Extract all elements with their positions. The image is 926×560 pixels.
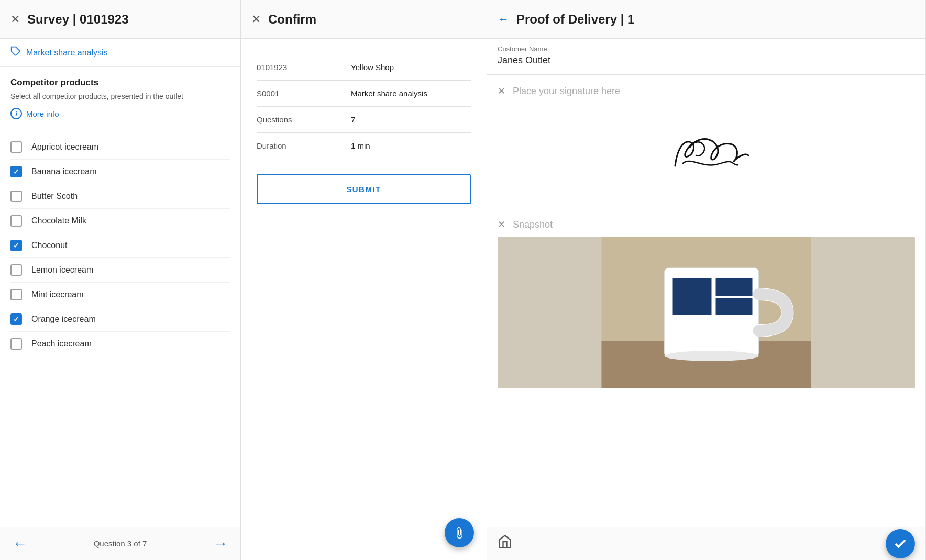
next-arrow-icon[interactable]: → bbox=[213, 535, 228, 552]
svg-point-8 bbox=[665, 351, 759, 361]
proof-panel: ← Proof of Delivery | 1 Customer Name Ja… bbox=[487, 0, 926, 560]
tag-icon bbox=[10, 46, 21, 59]
confirm-row-value: 1 min bbox=[351, 141, 370, 150]
svg-rect-5 bbox=[716, 278, 753, 296]
proof-header: ← Proof of Delivery | 1 bbox=[487, 0, 925, 39]
svg-rect-6 bbox=[716, 298, 753, 315]
confirm-close-icon[interactable]: ✕ bbox=[251, 14, 261, 25]
checkbox-list: Appricot icecreamBanana icecreamButter S… bbox=[0, 135, 240, 356]
confirm-content: 0101923Yellow ShopS0001Market share anal… bbox=[241, 39, 487, 220]
confirm-row: Questions7 bbox=[257, 107, 471, 133]
checkbox-item[interactable]: Lemon icecream bbox=[10, 258, 230, 283]
checkbox-item[interactable]: Choconut bbox=[10, 233, 230, 258]
checkbox-label: Lemon icecream bbox=[31, 265, 93, 275]
info-icon: i bbox=[10, 108, 22, 119]
checkbox-box[interactable] bbox=[10, 141, 22, 153]
confirm-row: 0101923Yellow Shop bbox=[257, 54, 471, 81]
confirm-panel: ✕ Confirm 0101923Yellow ShopS0001Market … bbox=[241, 0, 487, 560]
survey-header: ✕ Survey | 0101923 bbox=[0, 0, 240, 39]
confirm-row: Duration1 min bbox=[257, 133, 471, 159]
checkbox-box[interactable] bbox=[10, 215, 22, 227]
checkbox-label: Butter Scoth bbox=[31, 192, 78, 201]
checkbox-label: Peach icecream bbox=[31, 339, 92, 349]
proof-title: Proof of Delivery | 1 bbox=[516, 12, 634, 27]
attachment-fab[interactable] bbox=[445, 518, 474, 547]
confirm-row-key: S0001 bbox=[257, 89, 351, 98]
question-progress-label: Question 3 of 7 bbox=[94, 539, 147, 548]
checkbox-item[interactable]: Chocolate Milk bbox=[10, 209, 230, 233]
submit-button[interactable]: SUBMIT bbox=[257, 174, 471, 204]
checkbox-label: Mint icecream bbox=[31, 290, 84, 299]
survey-footer: ← Question 3 of 7 → bbox=[0, 527, 240, 560]
checkbox-item[interactable]: Peach icecream bbox=[10, 332, 230, 356]
confirm-title: Confirm bbox=[268, 12, 316, 27]
prev-arrow-icon[interactable]: ← bbox=[13, 535, 27, 552]
tag-section: Market share analysis bbox=[0, 39, 240, 67]
checkbox-item[interactable]: Orange icecream bbox=[10, 307, 230, 332]
snapshot-image: www.dynamicsmobile.com bbox=[498, 237, 915, 388]
proof-back-icon[interactable]: ← bbox=[498, 13, 509, 26]
customer-name-label: Customer Name bbox=[498, 45, 915, 53]
more-info-button[interactable]: i More info bbox=[10, 108, 230, 119]
confirm-row: S0001Market share analysis bbox=[257, 81, 471, 107]
checkbox-box[interactable] bbox=[10, 264, 22, 276]
tag-label[interactable]: Market share analysis bbox=[26, 48, 108, 58]
checkbox-box[interactable] bbox=[10, 240, 22, 251]
signature-clear-icon[interactable]: ✕ bbox=[498, 85, 505, 97]
checkbox-box[interactable] bbox=[10, 166, 22, 177]
confirm-row-key: 0101923 bbox=[257, 63, 351, 72]
confirm-row-value: Yellow Shop bbox=[351, 63, 394, 72]
section-content: Competitor products Select all competito… bbox=[0, 67, 240, 135]
snapshot-header-row: ✕ Snapshot bbox=[498, 219, 915, 230]
snapshot-label: Snapshot bbox=[513, 219, 553, 230]
svg-rect-4 bbox=[673, 278, 712, 315]
signature-placeholder: Place your signature here bbox=[513, 86, 620, 97]
confirm-row-key: Duration bbox=[257, 141, 351, 150]
checkbox-item[interactable]: Banana icecream bbox=[10, 160, 230, 184]
checkbox-item[interactable]: Butter Scoth bbox=[10, 184, 230, 209]
survey-title: Survey | 0101923 bbox=[27, 12, 129, 27]
check-fab[interactable] bbox=[886, 529, 915, 558]
confirm-row-value: 7 bbox=[351, 115, 355, 124]
snapshot-clear-icon[interactable]: ✕ bbox=[498, 219, 505, 230]
survey-panel: ✕ Survey | 0101923 Market share analysis… bbox=[0, 0, 241, 560]
confirm-header: ✕ Confirm bbox=[241, 0, 487, 39]
customer-name-value: Janes Outlet bbox=[498, 55, 915, 66]
home-icon[interactable] bbox=[498, 534, 512, 553]
section-title: Competitor products bbox=[10, 77, 230, 88]
signature-section: ✕ Place your signature here bbox=[487, 75, 925, 208]
checkbox-box[interactable] bbox=[10, 338, 22, 350]
proof-footer bbox=[487, 527, 925, 560]
signature-canvas[interactable] bbox=[498, 103, 915, 197]
checkbox-label: Orange icecream bbox=[31, 315, 96, 324]
checkbox-box[interactable] bbox=[10, 191, 22, 202]
snapshot-section: ✕ Snapshot www.dynamicsmobile.com bbox=[487, 208, 925, 399]
checkbox-box[interactable] bbox=[10, 313, 22, 325]
checkbox-item[interactable]: Appricot icecream bbox=[10, 135, 230, 160]
checkbox-label: Chocolate Milk bbox=[31, 216, 86, 226]
confirm-row-key: Questions bbox=[257, 115, 351, 124]
checkbox-label: Choconut bbox=[31, 241, 68, 250]
checkbox-box[interactable] bbox=[10, 289, 22, 300]
checkbox-item[interactable]: Mint icecream bbox=[10, 283, 230, 307]
section-subtitle: Select all competitor products, presente… bbox=[10, 92, 230, 100]
survey-close-icon[interactable]: ✕ bbox=[10, 14, 20, 25]
signature-header-row: ✕ Place your signature here bbox=[498, 85, 915, 97]
checkbox-label: Appricot icecream bbox=[31, 142, 98, 152]
signature-drawing bbox=[644, 114, 769, 187]
confirm-row-value: Market share analysis bbox=[351, 89, 427, 98]
more-info-label: More info bbox=[26, 109, 59, 118]
checkbox-label: Banana icecream bbox=[31, 167, 97, 176]
mug-illustration: www.dynamicsmobile.com bbox=[498, 237, 915, 388]
proof-subheader: Customer Name Janes Outlet bbox=[487, 39, 925, 75]
